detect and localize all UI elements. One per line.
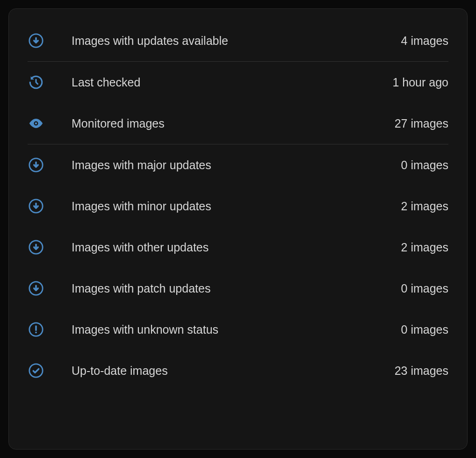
row-last-checked: Last checked 1 hour ago	[28, 62, 448, 103]
download-circle-icon	[28, 157, 44, 173]
row-value: 23 images	[395, 364, 448, 378]
row-label: Images with other updates	[72, 241, 401, 254]
download-circle-icon	[28, 198, 44, 215]
svg-point-2	[35, 122, 37, 125]
row-value: 27 images	[395, 117, 448, 130]
row-monitored: Monitored images 27 images	[28, 103, 448, 144]
row-major-updates: Images with major updates 0 images	[28, 144, 448, 186]
refresh-clock-icon	[28, 74, 44, 91]
row-other-updates: Images with other updates 2 images	[28, 227, 448, 268]
row-minor-updates: Images with minor updates 2 images	[28, 186, 448, 227]
row-up-to-date: Up-to-date images 23 images	[28, 350, 448, 391]
row-label: Monitored images	[72, 117, 395, 130]
download-circle-icon	[28, 280, 44, 297]
svg-point-9	[35, 332, 37, 334]
row-value: 0 images	[401, 282, 448, 295]
eye-icon	[28, 115, 44, 132]
download-circle-icon	[28, 32, 44, 49]
row-label: Images with major updates	[72, 158, 401, 172]
row-unknown-status: Images with unknown status 0 images	[28, 309, 448, 350]
row-value: 0 images	[401, 323, 448, 336]
download-circle-icon	[28, 239, 44, 256]
row-label: Images with patch updates	[72, 282, 401, 295]
row-value: 0 images	[401, 158, 448, 172]
image-status-card: Images with updates available 4 images L…	[8, 8, 468, 450]
row-label: Images with unknown status	[72, 323, 401, 336]
row-label: Up-to-date images	[72, 364, 395, 378]
row-label: Images with updates available	[72, 34, 401, 48]
row-value: 2 images	[401, 200, 448, 213]
row-updates-available: Images with updates available 4 images	[28, 20, 448, 61]
row-value: 1 hour ago	[392, 76, 448, 89]
row-value: 2 images	[401, 241, 448, 254]
row-value: 4 images	[401, 34, 448, 48]
row-label: Images with minor updates	[72, 200, 401, 213]
row-patch-updates: Images with patch updates 0 images	[28, 268, 448, 309]
row-label: Last checked	[72, 76, 392, 89]
alert-circle-icon	[28, 321, 44, 338]
check-circle-icon	[28, 362, 44, 379]
